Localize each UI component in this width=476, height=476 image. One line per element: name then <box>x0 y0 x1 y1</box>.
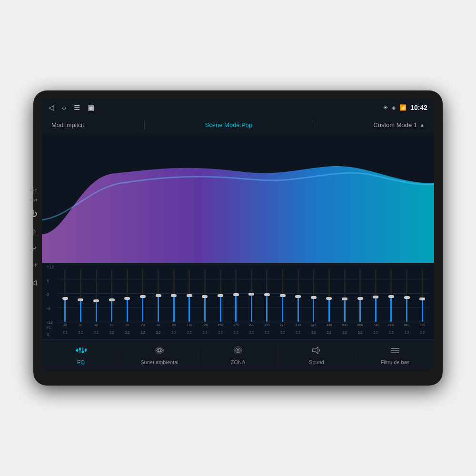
slider-col-500[interactable] <box>337 269 352 322</box>
slider-col-40[interactable] <box>89 269 103 322</box>
slider-track-175[interactable] <box>235 269 237 322</box>
back-nav-icon[interactable]: ◁ <box>49 103 54 112</box>
slider-col-200[interactable] <box>245 269 259 322</box>
slider-col-70[interactable] <box>136 269 150 322</box>
mode-implicit[interactable]: Mod implicit <box>51 121 84 129</box>
slider-thumb-235[interactable] <box>264 293 270 296</box>
home-nav-icon[interactable]: ○ <box>62 104 66 112</box>
slider-col-150[interactable] <box>213 269 228 322</box>
slider-track-60[interactable] <box>127 269 128 322</box>
slider-track-40[interactable] <box>96 269 97 322</box>
slider-thumb-435[interactable] <box>326 297 332 300</box>
tab-bass[interactable]: Filtru de bas <box>356 343 434 368</box>
slider-thumb-20[interactable] <box>62 297 68 300</box>
slider-col-30[interactable] <box>74 269 88 322</box>
slider-thumb-860[interactable] <box>404 296 410 299</box>
slider-thumb-80[interactable] <box>156 294 161 297</box>
slider-col-275[interactable] <box>276 269 290 322</box>
slider-track-800[interactable] <box>390 269 392 322</box>
slider-thumb-30[interactable] <box>78 298 83 301</box>
q-label-70: 2.2 <box>136 327 150 336</box>
slider-col-800[interactable] <box>384 269 398 322</box>
slider-fill-125 <box>204 297 206 322</box>
slider-track-70[interactable] <box>142 269 143 322</box>
slider-col-435[interactable] <box>322 269 337 322</box>
vol-down-button[interactable]: ◁ <box>29 277 39 288</box>
q-label-235: 2.2 <box>260 327 274 336</box>
slider-col-235[interactable] <box>260 269 274 322</box>
slider-col-600[interactable] <box>353 269 367 322</box>
power-button[interactable]: ⏻ <box>29 208 39 219</box>
slider-track-315[interactable] <box>298 269 299 322</box>
slider-thumb-60[interactable] <box>124 297 130 300</box>
freq-label-800: 800 <box>384 323 398 327</box>
slider-thumb-200[interactable] <box>248 293 254 296</box>
q-val-600: 2.2 <box>358 331 363 334</box>
slider-thumb-70[interactable] <box>140 295 146 298</box>
slider-thumb-125[interactable] <box>202 295 208 298</box>
slider-thumb-375[interactable] <box>311 296 317 299</box>
slider-col-80[interactable] <box>151 269 166 322</box>
slider-track-435[interactable] <box>328 269 330 322</box>
freq-val-20: 20 <box>58 323 72 327</box>
slider-track-110[interactable] <box>188 269 190 322</box>
slider-track-50[interactable] <box>111 269 112 322</box>
slider-thumb-150[interactable] <box>218 294 223 297</box>
slider-col-110[interactable] <box>182 269 197 322</box>
slider-thumb-50[interactable] <box>109 298 115 301</box>
slider-col-60[interactable] <box>120 269 135 322</box>
vol-up-button[interactable]: 4+ <box>29 260 39 270</box>
tab-eq[interactable]: EQ <box>42 343 120 368</box>
slider-track-500[interactable] <box>344 269 346 322</box>
tab-sound[interactable]: Sound <box>278 343 356 368</box>
slider-thumb-500[interactable] <box>342 298 347 300</box>
slider-thumb-800[interactable] <box>388 295 394 298</box>
slider-thumb-110[interactable] <box>187 294 192 297</box>
slider-track-375[interactable] <box>313 269 314 322</box>
q-val-60: 2.2 <box>125 331 129 334</box>
slider-col-860[interactable] <box>400 269 414 322</box>
slider-track-80[interactable] <box>158 269 159 322</box>
slider-thumb-175[interactable] <box>233 293 239 296</box>
slider-col-700[interactable] <box>369 269 383 322</box>
slider-thumb-920[interactable] <box>419 298 425 300</box>
recent-nav-icon[interactable]: ▣ <box>88 103 94 112</box>
slider-track-700[interactable] <box>375 269 377 322</box>
slider-thumb-275[interactable] <box>280 294 286 297</box>
home-button[interactable]: ⌂ <box>29 226 39 236</box>
q-label-150: 2.2 <box>213 327 228 336</box>
slider-col-920[interactable] <box>415 269 429 322</box>
slider-col-95[interactable] <box>167 269 181 322</box>
slider-col-315[interactable] <box>291 269 305 322</box>
tab-zona[interactable]: ZONA <box>199 343 277 368</box>
slider-thumb-700[interactable] <box>373 296 378 298</box>
slider-track-275[interactable] <box>282 269 283 322</box>
slider-track-200[interactable] <box>251 269 252 322</box>
slider-col-50[interactable] <box>105 269 119 322</box>
slider-track-125[interactable] <box>204 269 206 322</box>
slider-thumb-40[interactable] <box>93 299 99 302</box>
slider-col-20[interactable] <box>58 269 72 322</box>
back-button[interactable]: ↩ <box>29 243 39 253</box>
freq-val-95: 95 <box>167 323 181 327</box>
slider-track-920[interactable] <box>422 269 423 322</box>
slider-track-860[interactable] <box>406 269 407 322</box>
freq-val-125: 125 <box>198 323 212 327</box>
slider-thumb-95[interactable] <box>171 294 177 297</box>
slider-thumb-315[interactable] <box>295 295 301 298</box>
slider-track-30[interactable] <box>80 269 81 322</box>
tab-ambient[interactable]: Sunet ambiental <box>120 343 198 368</box>
slider-track-600[interactable] <box>359 269 361 322</box>
slider-col-375[interactable] <box>307 269 321 322</box>
slider-col-175[interactable] <box>229 269 243 322</box>
custom-mode[interactable]: Custom Mode 1 ▲ <box>373 121 425 129</box>
slider-thumb-600[interactable] <box>357 297 363 300</box>
slider-track-235[interactable] <box>266 269 268 322</box>
q-label-95: 2.2 <box>167 327 181 336</box>
slider-track-150[interactable] <box>220 269 221 322</box>
menu-nav-icon[interactable]: ☰ <box>74 103 80 112</box>
slider-track-20[interactable] <box>64 269 66 322</box>
slider-track-95[interactable] <box>173 269 175 322</box>
scene-mode[interactable]: Scene Mode:Pop <box>205 121 253 129</box>
slider-col-125[interactable] <box>198 269 212 322</box>
